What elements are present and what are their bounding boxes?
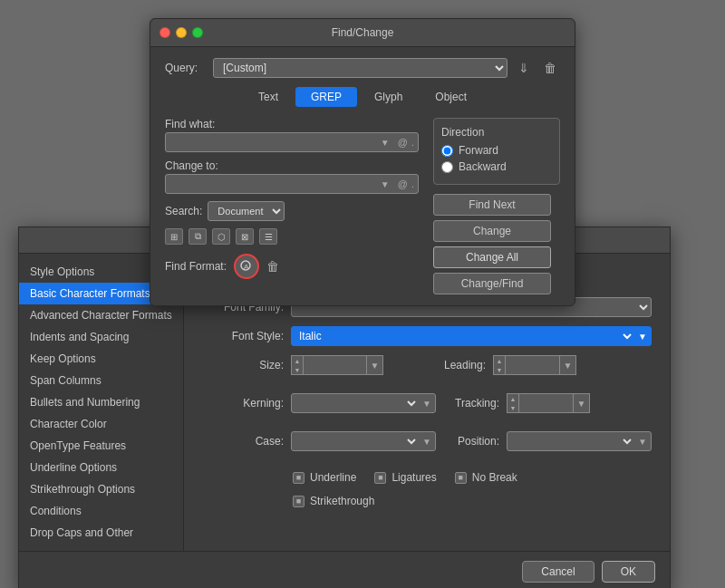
size-input[interactable] [304,355,367,375]
underline-checkbox[interactable]: ■ [293,472,304,484]
tab-object[interactable]: Object [420,87,482,107]
ligatures-label: Ligatures [392,471,436,484]
sidebar-item-conditions[interactable]: Conditions [19,500,183,522]
size-up-btn[interactable]: ▲ [292,356,303,365]
font-style-arrow: ▼ [634,332,651,342]
change-to-subscript: . [411,178,418,189]
delete-query-icon[interactable]: 🗑 [540,59,560,77]
tab-text[interactable]: Text [243,87,294,107]
find-next-button[interactable]: Find Next [433,194,551,216]
tab-glyph[interactable]: Glyph [359,87,418,107]
change-to-label: Change to: [165,159,419,172]
cancel-button[interactable]: Cancel [522,561,594,583]
size-row: Size: ▲ ▼ ▼ [202,355,422,375]
sidebar-item-underline[interactable]: Underline Options [19,457,183,478]
sidebar-item-keep[interactable]: Keep Options [19,348,183,370]
size-spinner-arrows: ▲ ▼ [291,355,304,375]
toolbar-icon-3[interactable]: ⬡ [212,228,230,245]
toolbar-icon-2[interactable]: ⧉ [188,228,207,245]
tracking-label: Tracking: [445,397,499,410]
ok-button[interactable]: OK [602,561,655,583]
ligatures-checkbox[interactable]: ■ [374,472,386,484]
tabs-row: Text GREP Glyph Object [165,87,560,107]
sidebar-item-dropcaps[interactable]: Drop Caps and Other [19,522,183,544]
tracking-input[interactable] [519,393,574,413]
kerning-dropdown[interactable] [292,396,419,410]
change-button[interactable]: Change [433,220,551,242]
direction-group: Direction Forward Backward [433,118,560,185]
sidebar-item-span[interactable]: Span Columns [19,370,183,391]
minimize-btn[interactable] [176,27,187,38]
position-select[interactable]: ▼ [507,431,652,451]
format-trash-button[interactable]: 🗑 [266,259,279,274]
sidebar-item-advanced-char[interactable]: Advanced Character Formats [19,304,183,326]
leading-dropdown-btn[interactable]: ▼ [560,355,576,375]
size-down-btn[interactable]: ▼ [292,365,303,374]
no-break-checkbox[interactable]: ■ [455,472,467,484]
position-dropdown[interactable] [508,434,634,448]
tab-grep[interactable]: GREP [295,87,357,107]
kerning-tracking-row: Kerning: ▼ Tracking: ▲ ▼ [202,393,652,422]
maximize-btn[interactable] [192,27,203,38]
toolbar-icons: ⊞ ⧉ ⬡ ⊠ ☰ [165,228,419,245]
change-find-button[interactable]: Change/Find [433,273,551,294]
sidebar-item-indents[interactable]: Indents and Spacing [19,326,183,348]
toolbar-icon-5[interactable]: ☰ [259,228,277,245]
position-row: Position: ▼ [445,431,652,451]
case-dropdown[interactable] [292,434,419,448]
underline-checkbox-item: ■ Underline [293,471,356,484]
case-select[interactable]: ▼ [291,431,436,451]
action-buttons: Find Next Change Change All Change/Find [433,194,560,294]
find-what-at[interactable]: @ [394,137,411,148]
sidebar-item-bullets[interactable]: Bullets and Numbering [19,391,183,413]
leading-input[interactable] [506,355,560,375]
size-dropdown-btn[interactable]: ▼ [367,355,383,375]
sidebar-item-strikethrough[interactable]: Strikethrough Options [19,478,183,500]
leading-arrows: ▲ ▼ [493,355,506,375]
font-style-select[interactable]: Italic ▼ [291,326,652,346]
left-panel: Find what: ▼ @ . [165,118,419,294]
svg-text:A: A [244,263,249,271]
kerning-select[interactable]: ▼ [291,393,436,413]
checkboxes-row1: ■ Underline ■ Ligatures ■ No Break [202,471,652,484]
find-what-field: ▼ @ . [165,132,419,152]
leading-down-btn[interactable]: ▼ [494,365,505,374]
font-style-dropdown[interactable]: Italic [292,329,634,343]
sidebar-item-opentype[interactable]: OpenType Features [19,435,183,457]
case-arrow: ▼ [419,437,435,447]
leading-label: Leading: [431,359,486,371]
query-select[interactable]: [Custom] [213,58,508,78]
change-to-at[interactable]: @ [394,178,411,189]
kerning-label: Kerning: [202,397,284,410]
find-what-input[interactable] [166,136,376,149]
leading-up-btn[interactable]: ▲ [494,356,505,365]
find-what-dropdown[interactable]: ▼ [376,138,394,148]
change-to-input[interactable] [166,178,376,190]
strikethrough-checkbox[interactable]: ■ [293,496,304,507]
case-label: Case: [202,435,284,448]
change-to-dropdown[interactable]: ▼ [376,179,394,189]
strikethrough-checkbox-item: ■ Strikethrough [293,495,374,507]
find-what-label: Find what: [165,118,419,130]
search-label: Search: [165,205,202,217]
leading-spinner: ▲ ▼ ▼ [493,355,576,375]
toolbar-icon-4[interactable]: ⊠ [236,228,254,245]
search-select[interactable]: Document [208,201,285,221]
find-change-title: Find/Change [332,26,394,39]
toolbar-icon-1[interactable]: ⊞ [165,228,183,245]
tracking-down-btn[interactable]: ▼ [508,403,518,412]
leading-row: Leading: ▲ ▼ ▼ [431,355,652,375]
tracking-up-btn[interactable]: ▲ [508,394,518,403]
backward-radio[interactable] [441,161,453,173]
tracking-dropdown-btn[interactable]: ▼ [574,393,590,413]
case-position-row: Case: ▼ Position: ▼ [202,431,652,460]
close-btn[interactable] [160,27,170,38]
format-icon-button[interactable]: A [234,254,259,279]
dialog-footer: Cancel OK [19,551,670,588]
change-all-button[interactable]: Change All [433,246,551,268]
save-query-icon[interactable]: ⇓ [515,59,533,77]
forward-radio[interactable] [441,145,453,157]
sidebar-item-char-color[interactable]: Character Color [19,413,183,435]
backward-label: Backward [459,160,507,173]
size-leading-row: Size: ▲ ▼ ▼ Leading: [202,355,652,384]
